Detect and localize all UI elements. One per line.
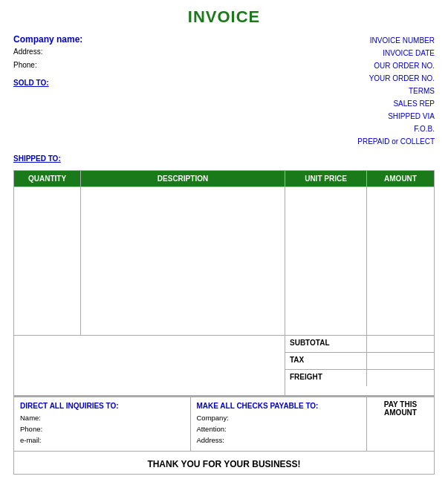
- invoice-number-label: INVOICE NUMBER: [286, 34, 435, 47]
- inquiries-title: DIRECT ALL INQUIRIES TO:: [20, 402, 184, 410]
- checks-address: Address:: [197, 434, 361, 446]
- company-address-label: Address:: [13, 46, 286, 58]
- company-phone-label: Phone:: [13, 59, 286, 71]
- amount-column-body: [367, 187, 434, 335]
- sales-rep-label: SALES REP: [286, 97, 435, 110]
- inquiries-email: e-mail:: [20, 434, 184, 446]
- company-name: Company name:: [13, 34, 286, 45]
- shipped-via-label: SHIPPED VIA: [286, 110, 435, 123]
- checks-title: MAKE ALL CHECKS PAYABLE TO:: [197, 402, 361, 410]
- our-order-no-label: OUR ORDER NO.: [286, 59, 435, 72]
- sold-to-label: SOLD TO:: [13, 79, 286, 87]
- col-header-description: DESCRIPTION: [81, 171, 285, 186]
- pay-this-line2: AMOUNT: [370, 408, 431, 417]
- col-header-quantity: QUANTITY: [14, 171, 81, 186]
- totals-right-block: SUBTOTAL TAX FREIGHT: [285, 336, 434, 395]
- col-header-unit-price: UNIT PRICE: [285, 171, 367, 186]
- thank-you-message: THANK YOU FOR YOUR BUSINESS!: [13, 452, 435, 475]
- unit-price-column-body: [285, 187, 367, 335]
- pay-this-block: PAY THIS AMOUNT: [367, 397, 434, 451]
- subtotal-label: SUBTOTAL: [285, 336, 367, 352]
- freight-label: FREIGHT: [285, 370, 367, 386]
- checks-attention: Attention:: [197, 423, 361, 434]
- description-column-body: [81, 187, 285, 335]
- totals-left-notes: [14, 336, 285, 395]
- invoice-title: INVOICE: [13, 7, 435, 27]
- subtotal-value: [367, 336, 434, 352]
- quantity-column-body: [14, 187, 81, 335]
- fob-label: F.O.B.: [286, 123, 435, 135]
- checks-block: MAKE ALL CHECKS PAYABLE TO: Company: Att…: [191, 397, 368, 451]
- inquiries-block: DIRECT ALL INQUIRIES TO: Name: Phone: e-…: [14, 397, 191, 451]
- col-header-amount: AMOUNT: [367, 171, 434, 186]
- invoice-date-label: INVOICE DATE: [286, 47, 435, 59]
- inquiries-name: Name:: [20, 412, 184, 423]
- pay-this-line1: PAY THIS: [370, 400, 431, 408]
- freight-value: [367, 370, 434, 386]
- inquiries-phone: Phone:: [20, 423, 184, 434]
- your-order-no-label: YOUR ORDER NO.: [286, 72, 435, 85]
- checks-company: Company:: [197, 412, 361, 423]
- prepaid-label: PREPAID or COLLECT: [286, 135, 435, 148]
- terms-label: TERMS: [286, 85, 435, 97]
- tax-value: [367, 353, 434, 369]
- tax-label: TAX: [285, 353, 367, 369]
- shipped-to-label: SHIPPED TO:: [13, 154, 61, 163]
